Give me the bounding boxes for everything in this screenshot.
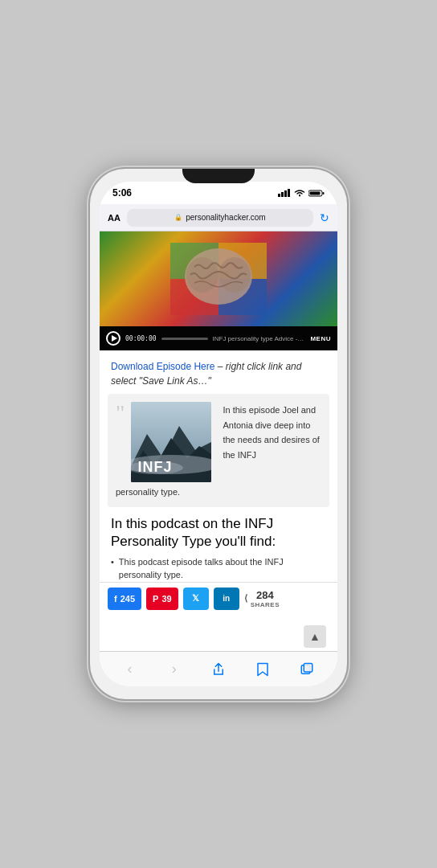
bottom-nav: ‹ › <box>100 651 337 686</box>
article-heading: In this podcast on the INFJ Personality … <box>100 507 337 555</box>
quote-row: " <box>116 402 321 482</box>
signal-icon <box>278 189 291 197</box>
status-icons <box>278 189 325 197</box>
tabs-button[interactable] <box>289 655 325 684</box>
twitter-share-button[interactable]: 𝕏 <box>183 588 209 610</box>
total-share-count: ⟨ 284 SHARES <box>244 588 280 610</box>
video-title: INFJ personality type Advice - 0034: INF… <box>213 335 306 342</box>
back-button[interactable]: ‹ <box>112 655 148 684</box>
bullet-area: • This podcast episode talks about the I… <box>100 555 337 582</box>
linkedin-share-button[interactable]: in <box>214 588 239 610</box>
pinterest-share-button[interactable]: P 39 <box>146 588 178 610</box>
brain-graphic <box>100 231 337 326</box>
status-bar: 5:06 <box>100 182 337 204</box>
svg-rect-6 <box>323 192 325 194</box>
progress-bar[interactable] <box>161 338 208 340</box>
svg-rect-3 <box>288 189 290 197</box>
linkedin-icon: in <box>223 594 230 603</box>
total-count: 284 <box>256 589 274 601</box>
share-count-area: 284 SHARES <box>251 589 280 608</box>
quote-mark-area: " <box>116 402 125 482</box>
bullet-text: This podcast episode talks about the INF… <box>119 555 326 582</box>
browser-url-text: personalityhacker.com <box>186 213 266 222</box>
back-icon: ‹ <box>128 661 133 678</box>
svg-rect-2 <box>284 190 287 197</box>
infj-image: INFJ <box>131 402 211 482</box>
facebook-icon: f <box>114 594 117 604</box>
share-icon <box>211 662 226 677</box>
status-time: 5:06 <box>112 187 132 199</box>
browser-bar: AA 🔒 personalityhacker.com ↻ <box>100 204 337 231</box>
forward-button[interactable]: › <box>157 655 192 684</box>
forward-icon: › <box>172 661 177 678</box>
quote-mark: " <box>116 400 125 425</box>
svg-rect-1 <box>281 192 284 197</box>
lock-icon: 🔒 <box>174 214 182 221</box>
phone-frame: 5:06 <box>90 169 347 699</box>
tabs-icon <box>300 662 314 677</box>
quote-text: In this episode Joel and Antonia dive de… <box>223 405 319 460</box>
facebook-count: 245 <box>120 594 135 604</box>
video-player: 00:00:00 INFJ personality type Advice - … <box>100 231 337 350</box>
video-menu-button[interactable]: MENU <box>310 335 331 342</box>
download-area: Download Episode Here – right click link… <box>100 350 337 394</box>
play-icon <box>112 335 117 342</box>
download-link[interactable]: Download Episode Here <box>111 361 214 372</box>
wifi-icon <box>294 189 305 197</box>
brain-svg <box>170 243 267 315</box>
facebook-share-button[interactable]: f 245 <box>108 588 141 610</box>
scroll-up-button[interactable]: ▲ <box>304 625 326 648</box>
bookmarks-icon <box>255 662 270 677</box>
svg-rect-7 <box>310 192 321 195</box>
refresh-icon[interactable]: ↻ <box>320 211 329 224</box>
share-icon: ⟨ <box>244 593 247 604</box>
quote-continuation: personality type. <box>116 485 321 499</box>
bookmarks-button[interactable] <box>245 655 280 684</box>
svg-rect-21 <box>304 663 313 672</box>
bullet-dot: • <box>111 555 114 582</box>
notch <box>182 169 255 183</box>
browser-aa[interactable]: AA <box>108 213 120 223</box>
svg-rect-0 <box>278 194 280 197</box>
bullet-item: • This podcast episode talks about the I… <box>111 555 326 582</box>
shares-label: SHARES <box>251 601 280 608</box>
pinterest-icon: P <box>153 594 158 604</box>
quote-text-area: In this episode Joel and Antonia dive de… <box>218 402 321 482</box>
svg-point-4 <box>299 195 300 197</box>
scroll-up-icon: ▲ <box>309 630 321 643</box>
pinterest-count: 39 <box>161 594 171 604</box>
share-bar: f 245 P 39 𝕏 in ⟨ 284 SHARES <box>100 582 337 615</box>
download-separator: – <box>214 361 225 372</box>
twitter-icon: 𝕏 <box>192 593 199 604</box>
phone-screen: 5:06 <box>100 182 337 686</box>
battery-icon <box>308 189 325 197</box>
play-button[interactable] <box>106 331 120 346</box>
video-controls: 00:00:00 INFJ personality type Advice - … <box>100 326 337 350</box>
browser-url-bar[interactable]: 🔒 personalityhacker.com <box>127 209 313 227</box>
video-time: 00:00:00 <box>125 335 157 342</box>
video-thumbnail <box>100 231 337 326</box>
quote-block: " <box>108 394 329 507</box>
page-content: 00:00:00 INFJ personality type Advice - … <box>100 231 337 651</box>
infj-label: INFJ <box>137 459 172 476</box>
share-button[interactable] <box>201 655 236 684</box>
